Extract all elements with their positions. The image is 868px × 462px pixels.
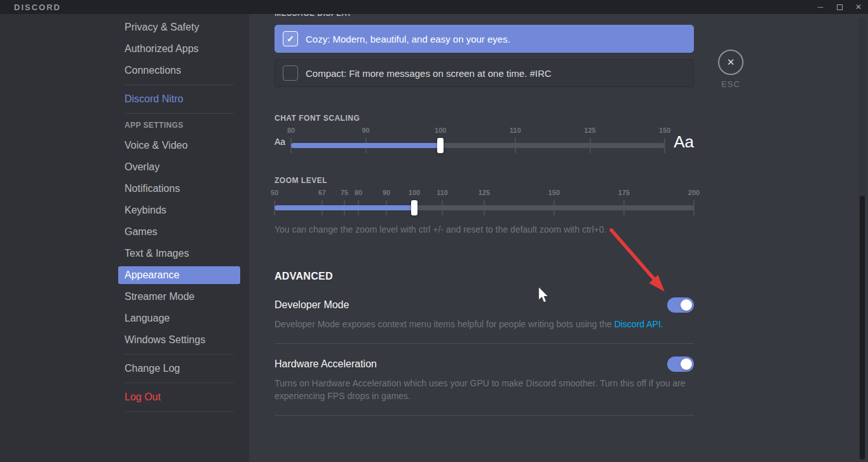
sidebar-item-keybinds[interactable]: Keybinds <box>118 201 240 219</box>
minimize-button[interactable]: ─ <box>811 0 830 14</box>
settings-nav: Privacy & SafetyAuthorized AppsConnectio… <box>118 18 240 417</box>
sidebar-divider <box>125 113 234 114</box>
tick-label: 90 <box>362 126 370 134</box>
toggle-knob <box>681 358 692 370</box>
hardware-acceleration-toggle[interactable] <box>667 357 694 372</box>
title-bar: DISCORD ─ ✕ <box>0 0 868 14</box>
developer-mode-row: Developer Mode <box>275 297 694 313</box>
sidebar-item-text-images[interactable]: Text & Images <box>118 245 240 262</box>
cozy-checkbox[interactable]: ✓ <box>283 31 298 46</box>
font-preview-large: Aa <box>674 132 694 152</box>
close-icon: ✕ <box>855 3 862 11</box>
hardware-acceleration-row: Hardware Acceleration <box>275 357 694 372</box>
chat-font-scaling-slider[interactable]: 8090100110125150 <box>291 124 665 160</box>
tick-label: 90 <box>383 189 390 196</box>
divider <box>275 343 694 344</box>
maximize-button[interactable] <box>830 0 849 14</box>
close-settings: ✕ ESC <box>717 50 745 89</box>
font-preview-small: Aa <box>275 137 291 147</box>
sidebar-divider <box>125 383 234 383</box>
toggle-knob <box>681 299 692 311</box>
sidebar-item-notifications[interactable]: Notifications <box>118 180 240 198</box>
developer-mode-description-text: Developer Mode exposes context menu item… <box>275 319 614 329</box>
chat-font-scaling-header: CHAT FONT SCALING <box>275 114 694 123</box>
slider-fill <box>291 143 440 148</box>
tick-label: 67 <box>318 189 326 196</box>
appearance-settings: MESSAGE DISPLAY ✓ Cozy: Modern, beautifu… <box>275 14 694 416</box>
tick-label: 150 <box>659 126 670 134</box>
tick-label: 125 <box>478 189 490 196</box>
sidebar-item-appearance[interactable]: Appearance <box>118 266 240 284</box>
cozy-option[interactable]: ✓ Cozy: Modern, beautiful, and easy on y… <box>275 25 694 53</box>
tick-label: 110 <box>510 126 521 134</box>
settings-sidebar: Privacy & SafetyAuthorized AppsConnectio… <box>0 14 249 462</box>
discord-api-link[interactable]: Discord API. <box>614 319 663 329</box>
tick-label: 125 <box>584 126 595 134</box>
esc-label: ESC <box>717 79 745 89</box>
tick-label: 50 <box>271 189 278 196</box>
tick-label: 75 <box>341 189 348 196</box>
sidebar-divider <box>125 411 234 412</box>
tick-label: 80 <box>287 126 295 134</box>
zoom-level-slider[interactable]: 5067758090100110125150175200 <box>275 186 694 222</box>
developer-mode-label: Developer Mode <box>275 299 349 311</box>
chat-font-scaling-row: Aa 8090100110125150 Aa <box>275 124 694 160</box>
sidebar-item-windows-settings[interactable]: Windows Settings <box>118 331 240 349</box>
tick-label: 175 <box>618 189 630 196</box>
slider-handle[interactable] <box>437 138 444 153</box>
sidebar-item-voice-video[interactable]: Voice & Video <box>118 137 240 154</box>
message-display-header: MESSAGE DISPLAY <box>275 14 694 18</box>
sidebar-item-change-log[interactable]: Change Log <box>118 360 240 377</box>
window-controls: ─ ✕ <box>811 0 868 14</box>
developer-mode-toggle[interactable] <box>667 297 694 313</box>
zoom-help-text: You can change the zoom level with ctrl … <box>275 224 694 234</box>
maximize-icon <box>837 4 843 10</box>
sidebar-divider <box>125 85 234 85</box>
tick-label: 80 <box>355 189 362 196</box>
sidebar-item-authorized-apps[interactable]: Authorized Apps <box>118 40 240 58</box>
divider <box>275 415 694 416</box>
settings-content: MESSAGE DISPLAY ✓ Cozy: Modern, beautifu… <box>249 14 868 462</box>
sidebar-item-overlay[interactable]: Overlay <box>118 158 240 176</box>
hardware-acceleration-label: Hardware Acceleration <box>275 358 377 370</box>
sidebar-item-connections[interactable]: Connections <box>118 62 240 79</box>
tick-label: 200 <box>688 189 700 196</box>
sidebar-header-app-settings: APP SETTINGS <box>118 119 240 132</box>
sidebar-item-language[interactable]: Language <box>118 309 240 327</box>
sidebar-item-games[interactable]: Games <box>118 223 240 241</box>
tick-label: 100 <box>409 189 420 196</box>
zoom-level-header: ZOOM LEVEL <box>275 176 694 185</box>
sidebar-item-discord-nitro[interactable]: Discord Nitro <box>118 90 240 108</box>
sidebar-item-streamer-mode[interactable]: Streamer Mode <box>118 288 240 306</box>
developer-mode-description: Developer Mode exposes context menu item… <box>275 318 694 330</box>
cozy-option-label: Cozy: Modern, beautiful, and easy on you… <box>306 34 510 44</box>
sidebar-item-log-out[interactable]: Log Out <box>118 388 240 406</box>
compact-option-label: Compact: Fit more messages on screen at … <box>306 68 552 79</box>
advanced-header: ADVANCED <box>275 271 694 282</box>
sidebar-item-privacy-safety[interactable]: Privacy & Safety <box>118 18 240 36</box>
compact-option[interactable]: ✓ Compact: Fit more messages on screen a… <box>275 59 694 87</box>
close-settings-icon: ✕ <box>727 57 735 68</box>
tick-label: 150 <box>548 189 560 196</box>
hardware-acceleration-description: Turns on Hardware Acceleration which use… <box>275 377 694 402</box>
close-button[interactable]: ✕ <box>849 0 868 14</box>
scrollbar-thumb[interactable] <box>860 196 865 459</box>
tick-label: 110 <box>437 189 448 196</box>
compact-checkbox[interactable]: ✓ <box>283 65 298 81</box>
zoom-level-row: 5067758090100110125150175200 <box>275 186 694 222</box>
minimize-icon: ─ <box>818 3 824 11</box>
sidebar-divider <box>125 354 234 355</box>
discord-logo: DISCORD <box>14 3 61 12</box>
slider-fill <box>275 205 414 210</box>
tick-label: 100 <box>435 126 446 134</box>
slider-handle[interactable] <box>411 200 417 215</box>
close-settings-button[interactable]: ✕ <box>718 50 743 75</box>
